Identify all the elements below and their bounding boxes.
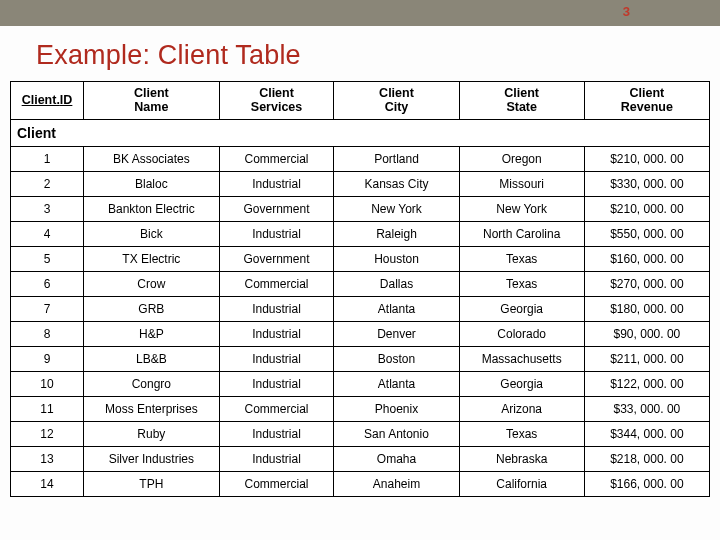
cell-city: New York [334,196,459,221]
page-number: 3 [623,4,630,19]
cell-id: 5 [11,246,84,271]
table-body: 1BK AssociatesCommercialPortlandOregon$2… [11,146,710,496]
table-row: 1BK AssociatesCommercialPortlandOregon$2… [11,146,710,171]
cell-state: Colorado [459,321,584,346]
cell-services: Industrial [219,446,334,471]
table-row: 13Silver IndustriesIndustrialOmahaNebras… [11,446,710,471]
cell-city: Raleigh [334,221,459,246]
cell-id: 4 [11,221,84,246]
cell-city: Portland [334,146,459,171]
cell-services: Commercial [219,471,334,496]
cell-name: GRB [84,296,220,321]
cell-revenue: $330, 000. 00 [584,171,709,196]
cell-services: Commercial [219,271,334,296]
cell-revenue: $160, 000. 00 [584,246,709,271]
cell-name: TX Electric [84,246,220,271]
cell-city: Dallas [334,271,459,296]
table-row: 14TPHCommercialAnaheimCalifornia$166, 00… [11,471,710,496]
cell-revenue: $344, 000. 00 [584,421,709,446]
cell-name: Ruby [84,421,220,446]
table-holder: Client Client.ID ClientName ClientServic… [0,81,720,497]
cell-revenue: $90, 000. 00 [584,321,709,346]
table-row: 9LB&BIndustrialBostonMassachusetts$211, … [11,346,710,371]
table-row: 4BickIndustrialRaleighNorth Carolina$550… [11,221,710,246]
table-row: 12RubyIndustrialSan AntonioTexas$344, 00… [11,421,710,446]
cell-services: Industrial [219,421,334,446]
cell-id: 9 [11,346,84,371]
cell-state: Texas [459,246,584,271]
cell-revenue: $218, 000. 00 [584,446,709,471]
cell-state: Arizona [459,396,584,421]
cell-state: Missouri [459,171,584,196]
cell-revenue: $550, 000. 00 [584,221,709,246]
cell-id: 2 [11,171,84,196]
cell-city: Omaha [334,446,459,471]
cell-state: Massachusetts [459,346,584,371]
cell-name: Bankton Electric [84,196,220,221]
slide-top-bar: 3 [0,0,720,26]
cell-services: Industrial [219,371,334,396]
cell-state: New York [459,196,584,221]
cell-city: Denver [334,321,459,346]
table-row: 3Bankton ElectricGovernmentNew YorkNew Y… [11,196,710,221]
table-row: 11Moss EnterprisesCommercialPhoenixArizo… [11,396,710,421]
cell-id: 7 [11,296,84,321]
cell-id: 10 [11,371,84,396]
cell-revenue: $180, 000. 00 [584,296,709,321]
cell-id: 14 [11,471,84,496]
table-row: 8H&PIndustrialDenverColorado$90, 000. 00 [11,321,710,346]
cell-services: Industrial [219,221,334,246]
cell-id: 11 [11,396,84,421]
cell-state: Georgia [459,296,584,321]
cell-services: Commercial [219,396,334,421]
cell-services: Industrial [219,321,334,346]
cell-id: 13 [11,446,84,471]
col-client-state: ClientState [459,82,584,120]
cell-name: Crow [84,271,220,296]
cell-state: Oregon [459,146,584,171]
cell-name: BK Associates [84,146,220,171]
table-row: 6CrowCommercialDallasTexas$270, 000. 00 [11,271,710,296]
cell-services: Industrial [219,296,334,321]
col-client-services: ClientServices [219,82,334,120]
cell-city: Kansas City [334,171,459,196]
cell-services: Industrial [219,171,334,196]
cell-services: Commercial [219,146,334,171]
cell-city: Houston [334,246,459,271]
cell-id: 3 [11,196,84,221]
table-caption-row: Client [11,119,710,146]
col-client-revenue: ClientRevenue [584,82,709,120]
table-row: 7GRBIndustrialAtlantaGeorgia$180, 000. 0… [11,296,710,321]
cell-services: Government [219,246,334,271]
table-row: 2BlalocIndustrialKansas CityMissouri$330… [11,171,710,196]
cell-revenue: $270, 000. 00 [584,271,709,296]
cell-name: LB&B [84,346,220,371]
cell-name: Silver Industries [84,446,220,471]
client-table: Client Client.ID ClientName ClientServic… [10,81,710,497]
cell-state: Texas [459,421,584,446]
cell-services: Industrial [219,346,334,371]
cell-name: Blaloc [84,171,220,196]
cell-revenue: $211, 000. 00 [584,346,709,371]
table-caption: Client [11,119,710,146]
cell-city: San Antonio [334,421,459,446]
cell-name: H&P [84,321,220,346]
cell-city: Atlanta [334,371,459,396]
cell-revenue: $122, 000. 00 [584,371,709,396]
col-client-name: ClientName [84,82,220,120]
cell-name: Congro [84,371,220,396]
table-row: 10CongroIndustrialAtlantaGeorgia$122, 00… [11,371,710,396]
cell-state: North Carolina [459,221,584,246]
cell-services: Government [219,196,334,221]
cell-revenue: $210, 000. 00 [584,196,709,221]
cell-state: Nebraska [459,446,584,471]
cell-city: Phoenix [334,396,459,421]
table-row: 5TX ElectricGovernmentHoustonTexas$160, … [11,246,710,271]
cell-id: 8 [11,321,84,346]
cell-id: 12 [11,421,84,446]
cell-id: 6 [11,271,84,296]
cell-city: Boston [334,346,459,371]
cell-revenue: $166, 000. 00 [584,471,709,496]
cell-revenue: $33, 000. 00 [584,396,709,421]
cell-revenue: $210, 000. 00 [584,146,709,171]
